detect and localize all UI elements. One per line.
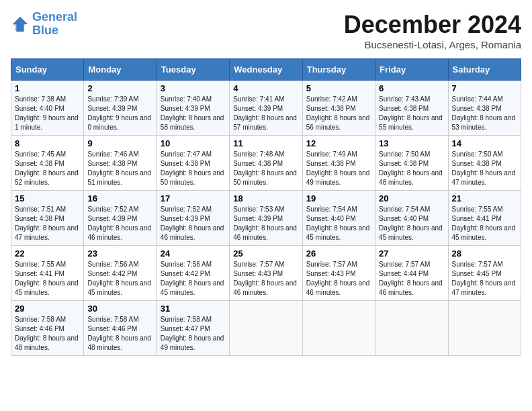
calendar-cell: 22Sunrise: 7:55 AMSunset: 4:41 PMDayligh… — [11, 246, 84, 301]
calendar-cell: 14Sunrise: 7:50 AMSunset: 4:38 PMDayligh… — [448, 136, 521, 191]
day-number: 22 — [15, 248, 80, 259]
day-number: 31 — [161, 304, 226, 314]
calendar-cell: 25Sunrise: 7:57 AMSunset: 4:43 PMDayligh… — [230, 246, 302, 301]
calendar-cell: 21Sunrise: 7:55 AMSunset: 4:41 PMDayligh… — [448, 191, 521, 246]
day-info: Sunrise: 7:57 AMSunset: 4:44 PMDaylight:… — [379, 260, 444, 298]
day-number: 5 — [306, 83, 371, 93]
day-info: Sunrise: 7:53 AMSunset: 4:39 PMDaylight:… — [233, 205, 298, 242]
calendar-cell: 24Sunrise: 7:56 AMSunset: 4:42 PMDayligh… — [157, 246, 229, 301]
calendar-cell: 1Sunrise: 7:38 AMSunset: 4:40 PMDaylight… — [11, 81, 84, 136]
calendar-cell: 7Sunrise: 7:44 AMSunset: 4:38 PMDaylight… — [448, 81, 521, 136]
day-info: Sunrise: 7:43 AMSunset: 4:38 PMDaylight:… — [379, 95, 444, 132]
calendar-cell: 9Sunrise: 7:46 AMSunset: 4:38 PMDaylight… — [84, 136, 157, 191]
week-row-4: 22Sunrise: 7:55 AMSunset: 4:41 PMDayligh… — [11, 246, 521, 301]
day-number: 28 — [452, 248, 517, 259]
logo: GeneralBlue — [11, 11, 77, 38]
day-number: 13 — [379, 138, 444, 148]
calendar-cell: 8Sunrise: 7:45 AMSunset: 4:38 PMDaylight… — [11, 136, 84, 191]
day-info: Sunrise: 7:52 AMSunset: 4:39 PMDaylight:… — [161, 205, 226, 242]
logo-icon — [11, 15, 30, 34]
day-info: Sunrise: 7:52 AMSunset: 4:39 PMDaylight:… — [87, 205, 152, 242]
calendar-cell — [375, 301, 448, 356]
calendar-cell — [230, 301, 302, 356]
calendar-table: SundayMondayTuesdayWednesdayThursdayFrid… — [11, 58, 521, 356]
calendar-cell: 29Sunrise: 7:58 AMSunset: 4:46 PMDayligh… — [11, 301, 84, 356]
week-row-1: 1Sunrise: 7:38 AMSunset: 4:40 PMDaylight… — [11, 81, 521, 136]
calendar-cell: 10Sunrise: 7:47 AMSunset: 4:38 PMDayligh… — [157, 136, 229, 191]
day-info: Sunrise: 7:56 AMSunset: 4:42 PMDaylight:… — [87, 260, 152, 298]
day-number: 23 — [87, 248, 152, 259]
day-info: Sunrise: 7:55 AMSunset: 4:41 PMDaylight:… — [452, 205, 517, 242]
calendar-cell: 15Sunrise: 7:51 AMSunset: 4:38 PMDayligh… — [11, 191, 84, 246]
calendar-title: December 2024 — [344, 11, 521, 39]
header-day-sunday: Sunday — [11, 59, 84, 81]
day-info: Sunrise: 7:57 AMSunset: 4:43 PMDaylight:… — [233, 260, 298, 298]
calendar-cell: 13Sunrise: 7:50 AMSunset: 4:38 PMDayligh… — [375, 136, 448, 191]
day-info: Sunrise: 7:42 AMSunset: 4:38 PMDaylight:… — [306, 95, 371, 132]
calendar-cell: 30Sunrise: 7:58 AMSunset: 4:46 PMDayligh… — [84, 301, 157, 356]
day-info: Sunrise: 7:45 AMSunset: 4:38 PMDaylight:… — [15, 150, 80, 187]
day-number: 25 — [233, 248, 298, 259]
day-number: 8 — [15, 138, 80, 148]
calendar-cell: 17Sunrise: 7:52 AMSunset: 4:39 PMDayligh… — [157, 191, 229, 246]
day-number: 10 — [161, 138, 226, 148]
calendar-cell: 19Sunrise: 7:54 AMSunset: 4:40 PMDayligh… — [302, 191, 375, 246]
calendar-subtitle: Bucsenesti-Lotasi, Arges, Romania — [344, 39, 521, 50]
calendar-body: 1Sunrise: 7:38 AMSunset: 4:40 PMDaylight… — [11, 81, 521, 356]
day-number: 20 — [379, 193, 444, 203]
day-number: 29 — [15, 304, 80, 314]
day-info: Sunrise: 7:49 AMSunset: 4:38 PMDaylight:… — [306, 150, 371, 187]
day-number: 4 — [233, 83, 298, 93]
day-number: 3 — [161, 83, 226, 93]
day-number: 14 — [452, 138, 517, 148]
day-info: Sunrise: 7:41 AMSunset: 4:39 PMDaylight:… — [233, 95, 298, 132]
day-info: Sunrise: 7:56 AMSunset: 4:42 PMDaylight:… — [161, 260, 226, 298]
day-number: 12 — [306, 138, 371, 148]
day-number: 24 — [161, 248, 226, 259]
calendar-cell — [302, 301, 375, 356]
header-day-thursday: Thursday — [302, 59, 375, 81]
calendar-header-row: SundayMondayTuesdayWednesdayThursdayFrid… — [11, 59, 521, 81]
calendar-cell: 2Sunrise: 7:39 AMSunset: 4:39 PMDaylight… — [84, 81, 157, 136]
header-day-saturday: Saturday — [448, 59, 521, 81]
calendar-cell: 16Sunrise: 7:52 AMSunset: 4:39 PMDayligh… — [84, 191, 157, 246]
day-number: 7 — [452, 83, 517, 93]
header-day-tuesday: Tuesday — [157, 59, 229, 81]
day-info: Sunrise: 7:44 AMSunset: 4:38 PMDaylight:… — [452, 95, 517, 132]
header: GeneralBlue December 2024 Bucsenesti-Lot… — [11, 11, 521, 50]
day-info: Sunrise: 7:50 AMSunset: 4:38 PMDaylight:… — [452, 150, 517, 187]
day-number: 9 — [87, 138, 152, 148]
day-info: Sunrise: 7:46 AMSunset: 4:38 PMDaylight:… — [87, 150, 152, 187]
day-info: Sunrise: 7:39 AMSunset: 4:39 PMDaylight:… — [87, 95, 152, 132]
calendar-cell: 26Sunrise: 7:57 AMSunset: 4:43 PMDayligh… — [302, 246, 375, 301]
day-info: Sunrise: 7:58 AMSunset: 4:46 PMDaylight:… — [15, 315, 80, 353]
header-day-friday: Friday — [375, 59, 448, 81]
week-row-2: 8Sunrise: 7:45 AMSunset: 4:38 PMDaylight… — [11, 136, 521, 191]
day-number: 26 — [306, 248, 371, 259]
calendar-cell: 11Sunrise: 7:48 AMSunset: 4:38 PMDayligh… — [230, 136, 302, 191]
day-info: Sunrise: 7:57 AMSunset: 4:43 PMDaylight:… — [306, 260, 371, 298]
day-info: Sunrise: 7:55 AMSunset: 4:41 PMDaylight:… — [15, 260, 80, 298]
day-number: 21 — [452, 193, 517, 203]
day-number: 27 — [379, 248, 444, 259]
header-day-monday: Monday — [84, 59, 157, 81]
calendar-cell — [448, 301, 521, 356]
day-number: 6 — [379, 83, 444, 93]
calendar-cell: 31Sunrise: 7:58 AMSunset: 4:47 PMDayligh… — [157, 301, 229, 356]
day-info: Sunrise: 7:57 AMSunset: 4:45 PMDaylight:… — [452, 260, 517, 298]
calendar-cell: 20Sunrise: 7:54 AMSunset: 4:40 PMDayligh… — [375, 191, 448, 246]
day-info: Sunrise: 7:54 AMSunset: 4:40 PMDaylight:… — [379, 205, 444, 242]
title-area: December 2024 Bucsenesti-Lotasi, Arges, … — [344, 11, 521, 50]
day-info: Sunrise: 7:38 AMSunset: 4:40 PMDaylight:… — [15, 95, 80, 132]
day-number: 15 — [15, 193, 80, 203]
day-number: 1 — [15, 83, 80, 93]
calendar-cell: 23Sunrise: 7:56 AMSunset: 4:42 PMDayligh… — [84, 246, 157, 301]
day-number: 18 — [233, 193, 298, 203]
week-row-5: 29Sunrise: 7:58 AMSunset: 4:46 PMDayligh… — [11, 301, 521, 356]
day-info: Sunrise: 7:54 AMSunset: 4:40 PMDaylight:… — [306, 205, 371, 242]
day-info: Sunrise: 7:58 AMSunset: 4:47 PMDaylight:… — [161, 315, 226, 353]
day-info: Sunrise: 7:58 AMSunset: 4:46 PMDaylight:… — [87, 315, 152, 353]
logo-text: GeneralBlue — [32, 11, 77, 38]
day-info: Sunrise: 7:40 AMSunset: 4:39 PMDaylight:… — [161, 95, 226, 132]
calendar-cell: 28Sunrise: 7:57 AMSunset: 4:45 PMDayligh… — [448, 246, 521, 301]
